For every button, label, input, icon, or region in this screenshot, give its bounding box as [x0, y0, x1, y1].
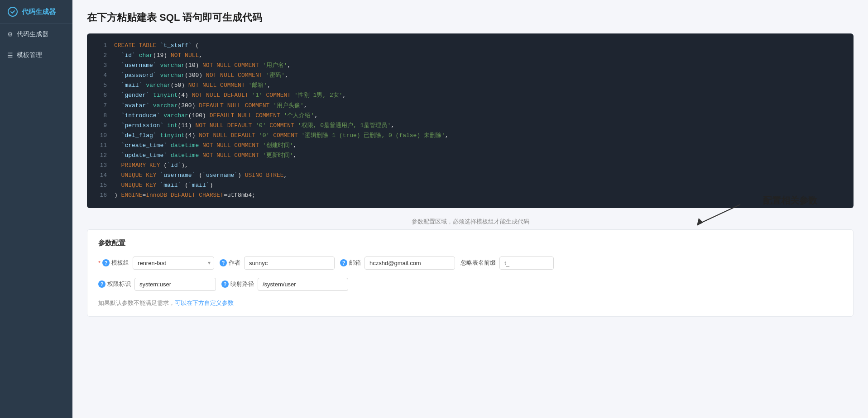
code-line: 3 `username` varchar(10) NOT NULL COMMEN…	[87, 61, 854, 71]
svg-marker-4	[697, 218, 703, 226]
code-line: 12 `update_time` datetime NOT NULL COMME…	[87, 151, 854, 161]
line-number: 3	[94, 61, 107, 71]
line-number: 15	[94, 180, 107, 190]
code-content: `update_time` datetime NOT NULL COMMENT …	[114, 151, 297, 161]
config-row-1: * ? 模板组 renren-fast ? 作者	[98, 256, 842, 270]
email-input[interactable]	[364, 256, 455, 270]
sidebar-item-template[interactable]: ☰ 模板管理	[0, 45, 72, 66]
email-help-icon[interactable]: ?	[340, 259, 347, 266]
author-field: ? 作者	[220, 256, 335, 270]
code-content: `mail` varchar(50) NOT NULL COMMENT '邮箱'…	[114, 81, 271, 90]
main-content: 在下方粘贴建表 SQL 语句即可生成代码 粘贴建表SQL 1CREATE TAB…	[72, 0, 868, 418]
line-number: 12	[94, 151, 107, 161]
template-icon: ☰	[7, 52, 13, 59]
page-title: 在下方粘贴建表 SQL 语句即可生成代码	[87, 11, 854, 24]
code-content: UNIQUE KEY `username` (`username`) USING…	[114, 171, 287, 180]
template-group-label: * ? 模板组	[98, 259, 129, 267]
code-content: `username` varchar(10) NOT NULL COMMENT …	[114, 61, 291, 71]
code-content: `id` char(19) NOT NULL,	[114, 51, 202, 61]
code-line: 8 `introduce` varchar(100) DEFAULT NULL …	[87, 111, 854, 121]
sidebar-item-codegen-label: 代码生成器	[17, 30, 48, 38]
code-line: 11 `create_time` datetime NOT NULL COMME…	[87, 141, 854, 151]
code-line: 13 PRIMARY KEY (`id`),	[87, 161, 854, 171]
code-annotation-container: 粘贴建表SQL 1CREATE TABLE `t_staff` (2 `id` …	[87, 33, 854, 208]
email-label: ? 邮箱	[340, 259, 361, 267]
sidebar: 代码生成器 ⚙ 代码生成器 ☰ 模板管理	[0, 0, 72, 418]
code-line: 16) ENGINE=InnoDB DEFAULT CHARSET=utf8mb…	[87, 190, 854, 200]
hint-text: 参数配置区域，必须选择模板组才能生成代码	[412, 218, 529, 225]
author-help-icon[interactable]: ?	[220, 259, 227, 266]
code-line: 9 `permission` int(11) NOT NULL DEFAULT …	[87, 121, 854, 131]
mapping-path-help-icon[interactable]: ?	[221, 280, 229, 288]
code-content: `create_time` datetime NOT NULL COMMENT …	[114, 141, 297, 151]
code-content: `del_flag` tinyint(4) NOT NULL DEFAULT '…	[114, 131, 449, 141]
self-define-hint: 如果默认参数不能满足需求，可以在下方自定义参数	[98, 299, 842, 307]
author-input[interactable]	[244, 256, 335, 270]
line-number: 2	[94, 51, 107, 61]
code-content: PRIMARY KEY (`id`),	[114, 161, 188, 171]
mapping-path-input[interactable]	[258, 278, 348, 291]
logo-icon	[7, 6, 18, 17]
hint-annotation-label: 配置相关参数	[763, 195, 817, 207]
code-line: 5 `mail` varchar(50) NOT NULL COMMENT '邮…	[87, 81, 854, 90]
code-content: ) ENGINE=InnoDB DEFAULT CHARSET=utf8mb4;	[114, 190, 255, 200]
line-number: 13	[94, 161, 107, 171]
author-label: ? 作者	[220, 259, 240, 267]
mapping-path-field: ? 映射路径	[221, 278, 348, 291]
sidebar-logo[interactable]: 代码生成器	[0, 0, 72, 24]
permission-label: ? 权限标识	[98, 280, 131, 288]
line-number: 11	[94, 141, 107, 151]
self-define-hint-link[interactable]: 可以在下方自定义参数	[175, 299, 234, 306]
code-content: `gender` tinyint(4) NOT NULL DEFAULT '1'…	[114, 90, 346, 100]
line-number: 16	[94, 190, 107, 200]
line-number: 1	[94, 41, 107, 51]
svg-point-0	[8, 7, 17, 16]
permission-field: ? 权限标识	[98, 278, 216, 291]
code-content: `password` varchar(300) NOT NULL COMMENT…	[114, 71, 288, 81]
line-number: 8	[94, 111, 107, 121]
sidebar-logo-label: 代码生成器	[22, 8, 56, 16]
code-line: 6 `gender` tinyint(4) NOT NULL DEFAULT '…	[87, 90, 854, 100]
code-line: 7 `avatar` varchar(300) DEFAULT NULL COM…	[87, 101, 854, 111]
config-row-2: ? 权限标识 ? 映射路径	[98, 278, 842, 291]
svg-line-3	[700, 204, 740, 223]
permission-input[interactable]	[134, 278, 216, 291]
line-number: 14	[94, 171, 107, 180]
config-panel-title: 参数配置	[98, 239, 842, 247]
hint-arrow	[677, 200, 749, 227]
template-group-select-wrapper: renren-fast	[133, 256, 214, 270]
code-line: 2 `id` char(19) NOT NULL,	[87, 51, 854, 61]
code-block[interactable]: 1CREATE TABLE `t_staff` (2 `id` char(19)…	[87, 33, 854, 208]
code-content: `introduce` varchar(100) DEFAULT NULL CO…	[114, 111, 318, 121]
code-line: 4 `password` varchar(300) NOT NULL COMME…	[87, 71, 854, 81]
code-content: `avatar` varchar(300) DEFAULT NULL COMME…	[114, 101, 307, 111]
code-line: 14 UNIQUE KEY `username` (`username`) US…	[87, 171, 854, 180]
ignore-prefix-field: 忽略表名前缀	[460, 256, 554, 270]
code-content: UNIQUE KEY `mail` (`mail`)	[114, 180, 213, 190]
template-group-field: * ? 模板组 renren-fast	[98, 256, 214, 270]
code-content: `permission` int(11) NOT NULL DEFAULT '0…	[114, 121, 394, 131]
code-line: 15 UNIQUE KEY `mail` (`mail`)	[87, 180, 854, 190]
template-group-help-icon[interactable]: ?	[102, 259, 110, 266]
line-number: 7	[94, 101, 107, 111]
required-mark: *	[98, 260, 101, 266]
code-line: 1CREATE TABLE `t_staff` (	[87, 41, 854, 51]
code-content: CREATE TABLE `t_staff` (	[114, 41, 199, 51]
mapping-path-label: ? 映射路径	[221, 280, 254, 288]
line-number: 9	[94, 121, 107, 131]
ignore-prefix-input[interactable]	[499, 256, 554, 270]
hint-wrapper: 配置相关参数 参数配置区域，必须选择模板组才能生成代码	[87, 217, 854, 226]
line-number: 5	[94, 81, 107, 90]
line-number: 10	[94, 131, 107, 141]
template-group-select[interactable]: renren-fast	[133, 256, 214, 270]
ignore-prefix-label: 忽略表名前缀	[460, 259, 496, 267]
codegen-icon: ⚙	[7, 31, 13, 38]
sidebar-item-template-label: 模板管理	[17, 51, 42, 59]
config-panel: 参数配置 * ? 模板组 renren-fast ?	[87, 229, 854, 317]
line-number: 6	[94, 90, 107, 100]
permission-help-icon[interactable]: ?	[98, 280, 106, 288]
sidebar-item-codegen[interactable]: ⚙ 代码生成器	[0, 24, 72, 45]
email-field: ? 邮箱	[340, 256, 455, 270]
code-line: 10 `del_flag` tinyint(4) NOT NULL DEFAUL…	[87, 131, 854, 141]
line-number: 4	[94, 71, 107, 81]
